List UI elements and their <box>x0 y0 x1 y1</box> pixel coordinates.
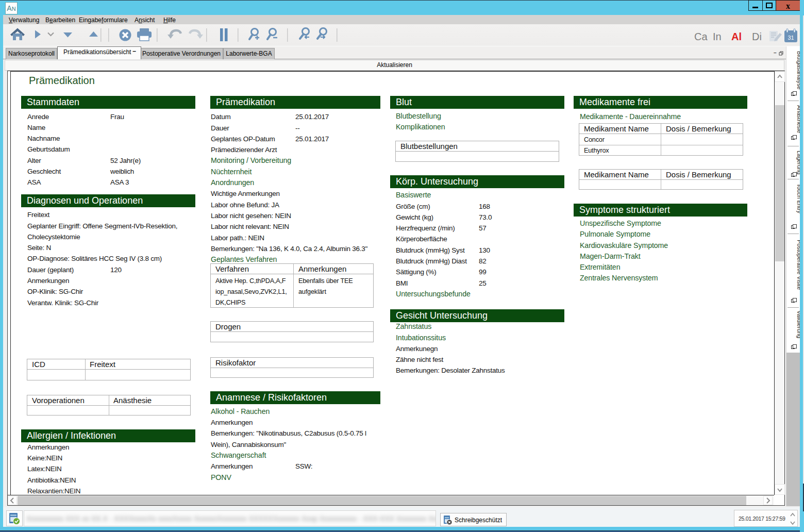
svg-text:31: 31 <box>788 35 794 41</box>
svg-text:x: x <box>786 2 790 10</box>
svg-text:In: In <box>713 31 722 42</box>
svg-text:Al: Al <box>731 31 742 42</box>
svg-text:Ca: Ca <box>694 31 708 42</box>
svg-text:Di: Di <box>752 31 762 42</box>
